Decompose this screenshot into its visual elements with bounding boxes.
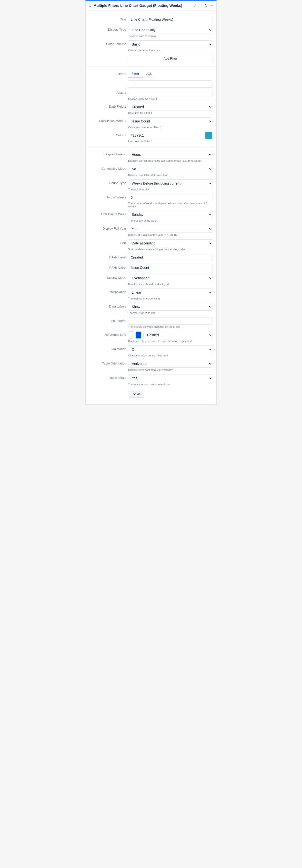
calc-mode1-select[interactable]: Issue Count Time Spent Story Points	[128, 117, 213, 125]
alias1-label: Alias 1	[89, 89, 126, 94]
tick-interval-label: Tick Interval	[89, 317, 126, 322]
x-axis-wrap	[128, 254, 213, 261]
period-type-wrap: Weeks Before (Including current) Weeks A…	[128, 180, 213, 191]
cumulative-hint: Display cumulative data over time	[128, 174, 213, 177]
color-scheme-row: Color Scheme Basic Custom Color scheme f…	[86, 39, 216, 53]
display-mode-hint: How the lines should be displayed	[128, 283, 213, 286]
table-totals-select[interactable]: Yes No	[128, 374, 213, 382]
expand-icon[interactable]: ⤢	[193, 3, 197, 8]
filter1-input-wrap	[128, 80, 213, 88]
sort-select[interactable]: Date ascending Date descending	[128, 239, 213, 247]
ref-line-style-select[interactable]: Dashed Solid Dotted	[143, 331, 213, 339]
display-type-hint: Types of data to display	[128, 35, 213, 37]
filter1-tabs: Filter JQL	[128, 70, 156, 78]
color1-swatch[interactable]	[205, 132, 213, 139]
display-mode-wrap: Overlapped Stacked How the lines should …	[128, 274, 213, 286]
period-type-select[interactable]: Weeks Before (Including current) Weeks A…	[128, 180, 213, 187]
period-type-label: Period Type	[89, 180, 126, 185]
add-filter-row: Add Filter	[86, 53, 216, 64]
date-field1-hint: Date field for Filter 1	[128, 112, 213, 115]
table-totals-wrap: Yes No The totals for each column and ro…	[128, 374, 213, 386]
alias1-row: Alias 1 Display name for Filter 1	[86, 88, 216, 101]
no-of-weeks-row: No. of Weeks The number of weeks to disp…	[86, 192, 216, 209]
color1-wrap: Line color for Filter 1	[128, 132, 213, 143]
filter1-input[interactable]	[128, 80, 213, 88]
add-filter-button[interactable]: Add Filter	[128, 55, 213, 62]
fullscreen-icon[interactable]: ⛶	[198, 3, 202, 8]
x-axis-row: X Axis Label	[86, 252, 216, 262]
data-labels-wrap: Show Hide The value for each dot	[128, 303, 213, 314]
color-scheme-select[interactable]: Basic Custom	[128, 40, 213, 48]
tick-interval-row: Tick Interval The interval between each …	[86, 316, 216, 330]
ref-line-label: Reference Line	[89, 331, 126, 337]
display-time-hint: Duration unit for time fields calculatio…	[128, 159, 213, 162]
x-axis-input[interactable]	[128, 254, 213, 261]
animation-select[interactable]: On Off	[128, 345, 213, 353]
interpolation-label: Interpolation	[89, 288, 126, 294]
data-labels-label: Data Labels	[89, 303, 126, 308]
sort-wrap: Date ascending Date descending Sort the …	[128, 239, 213, 251]
tab-jql[interactable]: JQL	[143, 70, 156, 78]
display-time-label: Display Time In	[89, 151, 126, 156]
no-of-weeks-label: No. of Weeks	[89, 194, 126, 199]
first-day-row: First Day of Week Sunday Monday The firs…	[86, 209, 216, 223]
animation-wrap: On Off Chart animation during initial lo…	[128, 345, 213, 357]
table-orientation-row: Table Orientation Horizontal Vertical Di…	[86, 359, 216, 373]
table-orientation-hint: Display filters horizontally or vertical…	[128, 368, 213, 371]
first-day-hint: The first day of the week	[128, 219, 213, 222]
date-field1-select[interactable]: Created Updated Resolved Due Date	[128, 103, 213, 111]
interpolation-select[interactable]: Linear Step Smooth	[128, 288, 213, 296]
color1-row: Color 1 Line color for Filter 1	[86, 130, 216, 144]
color1-input[interactable]	[128, 132, 203, 139]
x-axis-label: X Axis Label	[89, 254, 126, 259]
table-orientation-select[interactable]: Horizontal Vertical	[128, 360, 213, 368]
first-day-select[interactable]: Sunday Monday	[128, 211, 213, 218]
display-full-year-row: Display Full Year Yes No Display all 4 d…	[86, 223, 216, 238]
refresh-icon[interactable]: ↻	[204, 3, 208, 8]
tab-filter[interactable]: Filter	[128, 70, 143, 78]
save-button[interactable]: Save	[129, 390, 144, 398]
date-field1-label: Date Field 1	[89, 103, 126, 108]
tick-interval-wrap: The interval between each tick on the x-…	[128, 317, 213, 328]
no-of-weeks-input[interactable]	[128, 194, 213, 201]
menu-icon[interactable]: ⋯	[210, 3, 214, 8]
interpolation-hint: The method of curve fitting	[128, 297, 213, 300]
sort-label: Sort	[89, 239, 126, 245]
display-time-wrap: Hours Minutes Days Duration unit for tim…	[128, 151, 213, 162]
y-axis-label: Y Axis Label	[89, 264, 126, 269]
color1-input-wrap	[128, 132, 213, 139]
cumulative-select[interactable]: No Yes	[128, 165, 213, 173]
y-axis-input[interactable]	[128, 264, 213, 271]
data-labels-select[interactable]: Show Hide	[128, 303, 213, 311]
color1-label: Color 1	[89, 132, 126, 137]
display-mode-row: Display Mode Overlapped Stacked How the …	[86, 273, 216, 287]
title-row: Title	[86, 14, 216, 25]
data-labels-hint: The value for each dot	[128, 311, 213, 314]
period-type-row: Period Type Weeks Before (Including curr…	[86, 178, 216, 192]
calc-mode1-hint: Calculation mode for Filter 1	[128, 126, 213, 129]
date-field1-row: Date Field 1 Created Updated Resolved Du…	[86, 101, 216, 116]
display-time-row: Display Time In Hours Minutes Days Durat…	[86, 149, 216, 164]
ref-line-wrap: Dashed Solid Dotted Display a reference …	[128, 331, 213, 343]
ref-line-hint: Display a reference line at a specific v…	[128, 340, 213, 343]
ref-line-input[interactable]	[128, 331, 133, 339]
color-scheme-label: Color Scheme	[89, 40, 126, 46]
ref-line-color-swatch[interactable]	[135, 331, 141, 339]
table-orientation-label: Table Orientation	[89, 360, 126, 365]
table-totals-row: Table Totals Yes No The totals for each …	[86, 373, 216, 387]
gadget-body: Title Display Type Line Chart Only Bar C…	[86, 10, 216, 404]
alias1-input[interactable]	[128, 89, 213, 96]
animation-label: Animation	[89, 345, 126, 351]
display-time-select[interactable]: Hours Minutes Days	[128, 151, 213, 158]
table-totals-label: Table Totals	[89, 374, 126, 380]
drag-handle-icon[interactable]: ⠿	[88, 3, 91, 8]
divider-2	[86, 147, 216, 147]
display-type-select[interactable]: Line Chart Only Bar Chart Only Line and …	[128, 26, 213, 34]
display-type-label: Display Type	[89, 26, 126, 31]
title-input[interactable]	[128, 16, 213, 23]
display-full-year-select[interactable]: Yes No	[128, 225, 213, 233]
tick-interval-input[interactable]	[128, 317, 213, 324]
display-mode-select[interactable]: Overlapped Stacked	[128, 274, 213, 282]
no-of-weeks-wrap: The number of weeks to display before an…	[128, 194, 213, 208]
filter1-tabs-row: Filter 1 Filter JQL	[86, 69, 216, 79]
